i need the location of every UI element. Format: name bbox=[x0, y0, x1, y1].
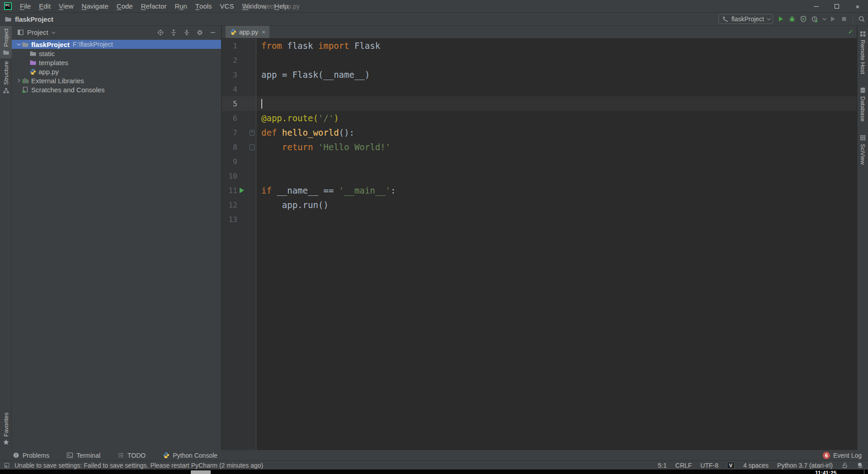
run-button[interactable] bbox=[777, 15, 784, 23]
chevron-right-icon[interactable] bbox=[14, 79, 22, 82]
minimize-button[interactable] bbox=[806, 0, 826, 13]
code-line-4: 4 bbox=[222, 82, 857, 96]
status-widget-write-access[interactable] bbox=[841, 462, 848, 469]
search-everywhere-button[interactable] bbox=[858, 15, 865, 23]
tab-app-py[interactable]: app.py × bbox=[226, 26, 269, 38]
tree-item-scratches-and-consoles[interactable]: Scratches and Consoles bbox=[12, 85, 221, 94]
event-log-label: Event Log bbox=[833, 452, 862, 459]
code-text-area[interactable]: from flask import Flask bbox=[256, 38, 857, 53]
tree-item-label: static bbox=[39, 50, 55, 57]
code-text-area[interactable]: app = Flask(__name__) bbox=[256, 67, 857, 82]
run-configuration-select[interactable]: flaskProject bbox=[718, 14, 773, 24]
tree-item-external-libraries[interactable]: External Libraries bbox=[12, 76, 221, 85]
menu-tools[interactable]: Tools bbox=[191, 0, 216, 12]
menu-code[interactable]: Code bbox=[113, 0, 137, 12]
tree-item-app-py[interactable]: app.py bbox=[12, 67, 221, 76]
menu-file[interactable]: File bbox=[16, 0, 35, 12]
settings-gear-icon[interactable] bbox=[196, 29, 203, 36]
menu-edit[interactable]: Edit bbox=[35, 0, 55, 12]
tree-item-flaskproject[interactable]: flaskProjectF:\flaskProject bbox=[12, 40, 221, 49]
menu-refactor[interactable]: Refactor bbox=[137, 0, 171, 12]
stripe-label: Remote Host bbox=[859, 40, 866, 74]
debug-button[interactable] bbox=[788, 15, 796, 23]
project-views-chevron-icon[interactable] bbox=[52, 30, 55, 33]
fold-marker[interactable] bbox=[248, 130, 256, 136]
stripe-tab-database[interactable]: Database bbox=[858, 82, 868, 130]
menu-run[interactable]: Run bbox=[170, 0, 191, 12]
close-icon: × bbox=[856, 3, 860, 10]
toolwindow-button-terminal[interactable]: Terminal bbox=[66, 452, 100, 459]
status-widget-interpreter[interactable]: Python 3.7 (atari-irl) bbox=[777, 462, 833, 469]
tree-item-static[interactable]: static bbox=[12, 49, 221, 58]
run-line-icon[interactable] bbox=[237, 188, 246, 193]
remote-host-icon bbox=[859, 30, 866, 37]
code-text-area[interactable] bbox=[256, 212, 857, 227]
toolwindow-button-problems[interactable]: Problems bbox=[13, 452, 49, 459]
hide-panel-button[interactable] bbox=[209, 29, 217, 36]
profiler-chevron-icon[interactable] bbox=[822, 16, 826, 20]
toolwindow-button-todo[interactable]: TODO bbox=[118, 452, 146, 459]
code-text: return 'Hello World!' bbox=[256, 142, 391, 152]
status-widget-line-separator[interactable]: CRLF bbox=[675, 462, 692, 469]
editor-empty-space[interactable] bbox=[222, 227, 857, 450]
status-widget-highlighting-level[interactable] bbox=[857, 462, 863, 469]
code-text-area[interactable]: def hello_world(): bbox=[256, 125, 857, 140]
expand-all-button[interactable] bbox=[170, 29, 177, 36]
stripe-tab-sciview[interactable]: SciView bbox=[858, 130, 868, 173]
status-widget-indent[interactable]: 4 spaces bbox=[743, 462, 769, 469]
menu-view[interactable]: View bbox=[55, 0, 78, 12]
code-text-area[interactable] bbox=[256, 96, 857, 111]
menu-vcs[interactable]: VCS bbox=[216, 0, 238, 12]
event-log-button[interactable]: 6 Event Log bbox=[823, 452, 862, 459]
taskbar-clock[interactable]: 11:41:25 bbox=[815, 470, 836, 474]
menu-navigate[interactable]: Navigate bbox=[78, 0, 113, 12]
editor-area[interactable]: app.py × 1from flask import Flask23app =… bbox=[222, 26, 857, 450]
run-with-coverage-button[interactable] bbox=[800, 15, 807, 23]
status-widget-ideavim[interactable]: V bbox=[727, 462, 735, 469]
code-text-area[interactable] bbox=[256, 53, 857, 67]
code-line-7: 7def hello_world(): bbox=[222, 125, 857, 140]
stripe-tab-remote-host[interactable]: Remote Host bbox=[858, 26, 868, 82]
fold-marker[interactable] bbox=[248, 144, 256, 150]
code-text-area[interactable] bbox=[256, 154, 857, 169]
gutter: 9 bbox=[222, 154, 256, 169]
stripe-tab-favorites[interactable]: Favorites bbox=[0, 410, 12, 448]
taskbar-button[interactable] bbox=[191, 470, 211, 474]
line-number: 13 bbox=[224, 215, 237, 224]
code-editor[interactable]: 1from flask import Flask23app = Flask(__… bbox=[222, 38, 857, 450]
maximize-button[interactable] bbox=[826, 0, 847, 13]
pycharm-window: PC FileEditViewNavigateCodeRefactorRunTo… bbox=[0, 0, 868, 474]
code-text: def hello_world(): bbox=[256, 128, 354, 137]
gutter: 10 bbox=[222, 169, 256, 183]
code-text-area[interactable] bbox=[256, 82, 857, 96]
gutter: 1 bbox=[222, 38, 256, 53]
toolwindow-button-python-console[interactable]: Python Console bbox=[163, 452, 217, 459]
token-kw: import bbox=[318, 41, 349, 51]
tree-item-templates[interactable]: templates bbox=[12, 58, 221, 67]
select-opened-file-button[interactable] bbox=[157, 29, 164, 36]
tab-close-icon[interactable]: × bbox=[262, 29, 265, 35]
code-text-area[interactable]: @app.route('/') bbox=[256, 111, 857, 125]
project-breadcrumb[interactable]: flaskProject bbox=[0, 15, 53, 23]
code-text-area[interactable] bbox=[256, 169, 857, 183]
token-kw: from bbox=[261, 41, 282, 51]
status-widget-caret-position[interactable]: 5:1 bbox=[658, 462, 666, 469]
status-widget-encoding[interactable]: UTF-8 bbox=[700, 462, 718, 469]
gutter: 5 bbox=[222, 96, 256, 111]
tree-item-label: templates bbox=[39, 59, 68, 66]
collapse-all-button[interactable] bbox=[183, 29, 190, 36]
code-text-area[interactable]: app.run() bbox=[256, 198, 857, 212]
tool-window-switcher-icon[interactable] bbox=[4, 462, 10, 469]
token-str: 'Hello World!' bbox=[318, 142, 391, 152]
tree-item-path: F:\flaskProject bbox=[73, 41, 113, 48]
chevron-down-icon[interactable] bbox=[14, 43, 22, 46]
code-text-area[interactable]: return 'Hello World!' bbox=[256, 140, 857, 154]
profiler-button[interactable] bbox=[811, 15, 818, 23]
stripe-tab-structure[interactable]: Structure bbox=[0, 58, 12, 97]
folder-icon bbox=[29, 50, 37, 57]
stripe-tab-project[interactable]: Project bbox=[0, 26, 12, 58]
close-button[interactable]: × bbox=[847, 0, 868, 13]
code-text-area[interactable]: if __name__ == '__main__': bbox=[256, 183, 857, 198]
inspections-ok-icon[interactable]: ✓ bbox=[848, 28, 854, 35]
line-number: 11 bbox=[224, 186, 237, 195]
